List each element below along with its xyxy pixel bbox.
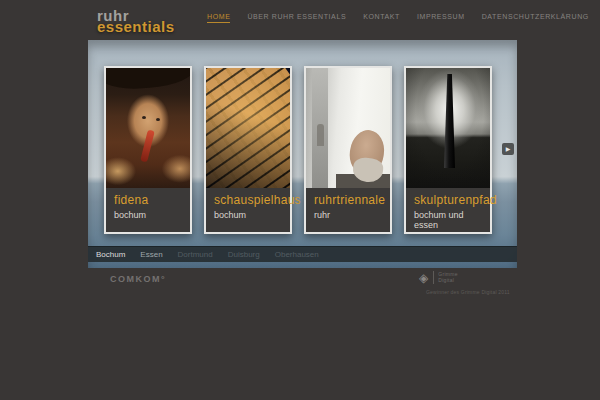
card-caption: fidena bochum xyxy=(106,188,190,232)
card-caption: skulpturenpfad bochum und essen xyxy=(406,188,490,232)
award-line-2: Digital xyxy=(438,278,458,283)
nav-home[interactable]: HOME xyxy=(207,13,230,23)
visitor-silhouette-shape xyxy=(317,124,324,146)
award-divider xyxy=(433,271,434,284)
vignette-overlay xyxy=(406,68,490,188)
card-fidena[interactable]: fidena bochum xyxy=(104,66,192,234)
card-image-skulpturenpfad xyxy=(406,68,490,188)
tab-duisburg[interactable]: Duisburg xyxy=(228,250,260,259)
puppet-finger-shape xyxy=(140,130,155,163)
puppet-eye-shape xyxy=(156,118,160,121)
card-title: skulpturenpfad xyxy=(414,193,482,207)
award-diamond-icon: ◈ xyxy=(419,272,428,284)
main-nav: HOME ÜBER RUHR ESSENTIALS KONTAKT IMPRES… xyxy=(207,13,589,23)
tab-oberhausen[interactable]: Oberhausen xyxy=(275,250,319,259)
card-title: ruhrtriennale xyxy=(314,193,382,207)
card-subtitle: bochum und essen xyxy=(414,210,482,230)
puppet-hat-shape xyxy=(106,68,190,91)
card-caption: schauspielhaus bochum xyxy=(206,188,290,232)
comkom-agency-link[interactable]: COMKOM° xyxy=(110,274,166,284)
city-tabbar: Bochum Essen Dortmund Duisburg Oberhause… xyxy=(88,246,517,262)
nav-kontakt[interactable]: KONTAKT xyxy=(363,13,400,23)
card-image-schauspielhaus xyxy=(206,68,290,188)
puppet-eye-shape xyxy=(142,116,146,119)
nav-impressum[interactable]: IMPRESSUM xyxy=(417,13,465,23)
card-image-ruhrtriennale xyxy=(306,68,390,188)
card-skulpturenpfad[interactable]: skulpturenpfad bochum und essen xyxy=(404,66,492,234)
card-subtitle: bochum xyxy=(214,210,282,220)
logo-line-essentials: essentials xyxy=(97,20,175,33)
shade-overlay xyxy=(206,68,290,188)
card-subtitle: ruhr xyxy=(314,210,382,220)
award-text-lines: Grimme Digital xyxy=(438,272,458,283)
card-subtitle: bochum xyxy=(114,210,182,220)
award-badge: ◈ Grimme Digital xyxy=(419,271,458,284)
nav-datenschutzerklaerung[interactable]: DATENSCHUTZERKLÄRUNG xyxy=(482,13,589,23)
card-caption: ruhrtriennale ruhr xyxy=(306,188,390,232)
card-image-fidena xyxy=(106,68,190,188)
card-title: fidena xyxy=(114,193,182,207)
tab-dortmund[interactable]: Dortmund xyxy=(178,250,213,259)
hero-panel: fidena bochum schauspielhaus bochum ruhr… xyxy=(88,40,517,268)
nav-ueber-ruhr-essentials[interactable]: ÜBER RUHR ESSENTIALS xyxy=(247,13,346,23)
award-note: Gewinner des Grimme Digital 2011 xyxy=(426,289,510,295)
site-logo[interactable]: ruhr essentials xyxy=(97,9,175,33)
card-title: schauspielhaus xyxy=(214,193,282,207)
chevron-right-icon: ▶ xyxy=(506,146,511,152)
card-ruhrtriennale[interactable]: ruhrtriennale ruhr xyxy=(304,66,392,234)
tab-essen[interactable]: Essen xyxy=(140,250,162,259)
carousel-next-button[interactable]: ▶ xyxy=(502,143,514,155)
card-schauspielhaus[interactable]: schauspielhaus bochum xyxy=(204,66,292,234)
tab-bochum[interactable]: Bochum xyxy=(96,250,125,259)
